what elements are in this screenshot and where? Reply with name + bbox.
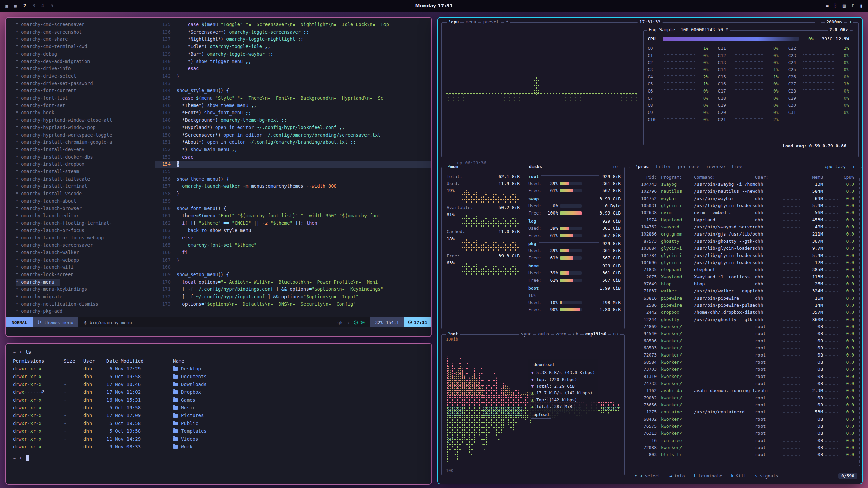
cpu-star-button[interactable]: * xyxy=(504,19,510,24)
workspace-3[interactable]: 3 xyxy=(32,3,35,8)
file-item[interactable]: * omarchy-notification-dismiss xyxy=(16,301,155,308)
code-line[interactable]: 149 *Hyprland*) open_in_editor ~/.config… xyxy=(155,124,431,131)
process-row[interactable]: 87573ghostty/usr/bin/ghostty --gtk-dhh36… xyxy=(634,238,857,245)
proc-scrollbar[interactable] xyxy=(859,178,860,466)
file-item[interactable]: * omarchy-install-dev-env xyxy=(16,146,155,154)
process-row[interactable]: 74733kworker/root0B0.0 xyxy=(634,380,857,387)
code-line[interactable]: 146 *Theme*) show_theme_menu ;; xyxy=(155,102,431,109)
file-item[interactable]: * omarchy-pkg-add xyxy=(16,308,155,315)
file-item[interactable]: * omarchy-migrate xyxy=(16,293,155,301)
code-line[interactable]: 166 fi xyxy=(155,249,431,257)
process-row[interactable]: 2442dropbox/home/dhh/.dropbox-distdhh357… xyxy=(634,309,857,316)
proc-footer-kill[interactable]: kKill xyxy=(729,473,748,479)
proc-tree-button[interactable]: tree xyxy=(730,164,744,169)
file-item[interactable]: * omarchy-install-tailscale xyxy=(16,176,155,183)
process-row[interactable]: 81310kworker/root0B0.0 xyxy=(634,373,857,380)
code-line[interactable]: 153 esac xyxy=(155,154,431,161)
code-line[interactable]: 160show_font_menu() { xyxy=(155,205,431,212)
file-item[interactable]: * omarchy-launch-about xyxy=(16,198,155,205)
process-row[interactable]: 68402kworker/root0B0.0 xyxy=(634,415,857,423)
file-item[interactable]: * omarchy-hyprland-workspace-toggle xyxy=(16,131,155,139)
process-row[interactable]: 2586pipewire/usr/bin/pipewire-pulsedhh14… xyxy=(634,302,857,309)
code-line[interactable]: 147 *Font*) show_font_menu ;; xyxy=(155,109,431,117)
file-item[interactable]: * omarchy-install-chromium-google-a xyxy=(16,139,155,146)
process-row[interactable]: 16rcu_preeroot0B0.0 xyxy=(634,437,857,444)
file-item[interactable]: * omarchy-launch-webapp xyxy=(16,257,155,264)
code-editor[interactable]: 135 case $(menu "Toggle" "▪ Screensaver\… xyxy=(155,21,431,317)
code-line[interactable]: 138 *Idle*) omarchy-toggle-idle ;; xyxy=(155,43,431,50)
file-item[interactable]: * omarchy-install-terminal xyxy=(16,183,155,190)
process-row[interactable]: 12244ghostty/usr/bin/ghostty --gtk-dhh86… xyxy=(634,316,857,323)
proc-footer-info[interactable]: ↵info xyxy=(668,473,686,479)
io-toggle-button[interactable]: io xyxy=(611,164,619,169)
code-line[interactable]: 158} xyxy=(155,190,431,198)
code-line[interactable]: 169show_setup_menu() { xyxy=(155,271,431,279)
cpu-menu-button[interactable]: menu xyxy=(464,19,478,24)
code-line[interactable]: 173 options="$options\n▪ Defaults\n▪ DNS… xyxy=(155,301,431,308)
code-line[interactable]: 154} xyxy=(155,161,431,168)
workspace-2[interactable]: 2 xyxy=(23,3,26,8)
process-row[interactable]: 73656kworker/root0B0.0 xyxy=(634,401,857,408)
proc-filter-button[interactable]: filter xyxy=(654,164,673,169)
process-row[interactable]: 104752waybar/usr/bin/waybardhh69M0.0 xyxy=(634,195,857,202)
code-line[interactable]: 164 else xyxy=(155,234,431,242)
volume-icon[interactable]: ♪ xyxy=(851,3,854,9)
process-row[interactable]: 68586kworker/root0B0.0 xyxy=(634,337,857,344)
file-item[interactable]: * omarchy-launch-floating-terminal- xyxy=(16,220,155,227)
file-item[interactable]: * omarchy-menu xyxy=(16,279,60,286)
code-line[interactable]: 157 omarchy-launch-walker -m menus:omarc… xyxy=(155,183,431,190)
code-line[interactable]: 151 *About*) open_in_editor ~/.config/om… xyxy=(155,139,431,146)
code-line[interactable]: 171 [ -f ~/.config/hypr/bindings.conf ] … xyxy=(155,286,431,293)
process-row[interactable]: 803btrfs-trroot0B0.0 xyxy=(634,451,857,458)
process-row[interactable]: 2075XwaylandXwayland :1 -rootless -dhh11… xyxy=(634,273,857,280)
file-item[interactable]: * omarchy-launch-editor xyxy=(16,212,155,220)
active-app-icon[interactable]: ■ xyxy=(14,3,16,8)
code-line[interactable]: 172 [ -f ~/.config/hypr/input.conf ] && … xyxy=(155,293,431,301)
file-item[interactable]: * omarchy-launch-wifi xyxy=(16,264,155,271)
proc-reverse-button[interactable]: reverse xyxy=(705,164,727,169)
file-item[interactable]: * omarchy-menu-keybindings xyxy=(16,286,155,293)
file-item[interactable]: * omarchy-drive-select xyxy=(16,73,155,80)
file-item[interactable]: * omarchy-cmd-terminal-cwd xyxy=(16,43,155,50)
overview-icon[interactable]: ▣ xyxy=(5,3,8,8)
proc-sort[interactable]: cpu lazy ↑ xyxy=(823,164,857,169)
code-line[interactable]: 145 case $(menu "Style" "▪ Theme\n▪ Font… xyxy=(155,95,431,102)
file-item[interactable]: * omarchy-font-list xyxy=(16,95,155,102)
file-item[interactable]: * omarchy-launch-browser xyxy=(16,205,155,212)
process-row[interactable]: 104696glycin-i/usr/lib/glycin-loadersdhh… xyxy=(634,259,857,266)
file-item[interactable]: * omarchy-cmd-screensaver xyxy=(16,21,155,28)
code-line[interactable]: 136 *Screensaver*) omarchy-toggle-screen… xyxy=(155,28,431,36)
code-line[interactable]: 135 case $(menu "Toggle" "▪ Screensaver\… xyxy=(155,21,431,28)
process-row[interactable]: 73703kworker/root0B0.0 xyxy=(634,366,857,373)
code-line[interactable]: 159 xyxy=(155,198,431,205)
bluetooth-icon[interactable]: ᛒ xyxy=(834,3,837,9)
process-row[interactable]: 104784glycin-i/usr/lib/glycin-loadersdhh… xyxy=(634,252,857,259)
code-line[interactable]: 165 omarchy-font-set "$theme" xyxy=(155,242,431,249)
process-row[interactable]: 104762swayosd-/usr/bin/swayosd-serverdhh… xyxy=(634,223,857,230)
process-row[interactable]: 104743swaybg/usr/bin/swaybg -i /homdhh13… xyxy=(634,181,857,188)
process-row[interactable]: 72073kworker/root0B0.0 xyxy=(634,351,857,359)
code-line[interactable]: 137 *Nightlight*) omarchy-toggle-nightli… xyxy=(155,36,431,43)
process-row[interactable]: 102866org.gnom/usr/bin/gjs /usr/lib/odhh… xyxy=(634,230,857,238)
code-line[interactable]: 148 *Background*) omarchy-theme-bg-next … xyxy=(155,117,431,124)
file-item[interactable]: * omarchy-dev-add-migration xyxy=(16,58,155,65)
prompt-line-2[interactable]: ~ › xyxy=(13,454,425,462)
code-line[interactable]: 168 xyxy=(155,264,431,271)
file-item[interactable]: * omarchy-launch-or-focus-webapp xyxy=(16,234,155,242)
process-row[interactable]: 102796nautilus/usr/bin/nautilus --newdhh… xyxy=(634,188,857,195)
net-sync-button[interactable]: sync xyxy=(519,331,533,337)
process-row[interactable]: 105031glycin-i/usr/lib/glycin-loadersdhh… xyxy=(634,202,857,209)
file-item[interactable]: * omarchy-launch-or-focus xyxy=(16,227,155,235)
file-item[interactable]: * omarchy-lock-screen xyxy=(16,271,155,279)
process-row[interactable]: 1275containe/usr/bin/containerdroot53M0.… xyxy=(634,408,857,415)
file-item[interactable]: * omarchy-drive-info xyxy=(16,65,155,73)
process-row[interactable]: 71837walker/usr/bin/walker --gappldhh324… xyxy=(634,287,857,294)
code-line[interactable]: 155 xyxy=(155,168,431,176)
file-item[interactable]: * omarchy-debug xyxy=(16,50,155,58)
code-line[interactable]: 163 back_to show_style_menu xyxy=(155,227,431,235)
process-row[interactable]: 71835elephantelephantdhh385M0.0 xyxy=(634,266,857,273)
process-row[interactable]: 68583kworker/root0B0.0 xyxy=(634,344,857,351)
proc-footer-select[interactable]: ↑ ↓select xyxy=(633,473,662,479)
process-row[interactable]: 72088kworker/root0B0.0 xyxy=(634,444,857,451)
proc-footer-signals[interactable]: ssignals xyxy=(753,473,780,479)
